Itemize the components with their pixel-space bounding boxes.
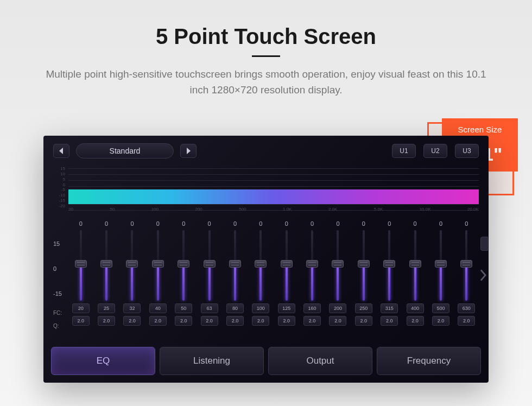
eq-band-6: 0802.0 [223,220,247,332]
band-value: 0 [362,220,365,230]
eq-slider[interactable] [274,230,299,301]
user-preset-2-button[interactable]: U2 [423,144,447,158]
tab-frequency[interactable]: Frequency [377,347,481,375]
slider-knob[interactable] [281,260,293,268]
x-tick: 50 [110,207,115,212]
slider-knob[interactable] [435,260,447,268]
band-q[interactable]: 2.0 [123,316,141,326]
band-fc[interactable]: 100 [252,303,269,313]
eq-slider[interactable] [68,230,93,301]
side-collapse-tab[interactable] [480,237,488,251]
band-fc[interactable]: 25 [98,303,115,313]
tab-eq[interactable]: EQ [51,347,155,375]
y-tick: -15 [53,198,65,203]
eq-band-11: 02502.0 [351,220,376,332]
band-q[interactable]: 2.0 [278,316,295,326]
x-tick: 20 [68,207,73,212]
band-fc[interactable]: 160 [303,303,321,313]
eq-band-15: 06302.0 [454,220,479,332]
band-value: 0 [311,220,314,230]
band-value: 0 [439,220,442,230]
slider-knob[interactable] [358,260,370,268]
band-q[interactable]: 2.0 [252,316,269,326]
y-tick: -20 [53,204,65,208]
eq-y-top: 15 [53,231,68,256]
slider-knob[interactable] [255,260,267,268]
tab-listening[interactable]: Listening [160,347,264,375]
tab-output[interactable]: Output [268,347,372,375]
preset-prev-button[interactable] [53,144,69,158]
band-q[interactable]: 2.0 [432,316,449,326]
slider-knob[interactable] [75,260,87,268]
eq-band-9: 01602.0 [300,220,324,332]
band-value: 0 [233,220,237,230]
eq-slider[interactable] [326,230,350,301]
slider-knob[interactable] [332,260,344,268]
eq-slider[interactable] [120,230,144,301]
eq-band-13: 04002.0 [403,220,427,332]
slider-knob[interactable] [460,260,472,268]
user-preset-1-button[interactable]: U1 [392,144,416,158]
band-q[interactable]: 2.0 [149,316,167,326]
band-fc[interactable]: 80 [226,303,244,313]
user-preset-3-button[interactable]: U3 [455,144,479,158]
band-fc[interactable]: 630 [458,303,475,313]
eq-slider[interactable] [454,230,479,301]
slider-knob[interactable] [100,260,112,268]
eq-band-4: 0502.0 [172,220,196,332]
x-tick: 200 [195,207,202,212]
slider-knob[interactable] [126,260,138,268]
band-fc[interactable]: 50 [175,303,192,313]
band-q[interactable]: 2.0 [303,316,321,326]
eq-band-12: 03152.0 [377,220,402,332]
band-fc[interactable]: 20 [72,303,90,313]
band-q[interactable]: 2.0 [175,316,192,326]
band-value: 0 [388,220,391,230]
eq-slider[interactable] [223,230,247,301]
eq-slider[interactable] [403,230,427,301]
eq-slider[interactable] [428,230,453,301]
eq-slider[interactable] [351,230,376,301]
slider-knob[interactable] [204,260,216,268]
eq-slider[interactable] [94,230,118,301]
slider-knob[interactable] [409,260,421,268]
eq-slider[interactable] [197,230,221,301]
band-q[interactable]: 2.0 [329,316,346,326]
band-fc[interactable]: 315 [381,303,398,313]
preset-name[interactable]: Standard [76,143,174,158]
slider-knob[interactable] [152,260,164,268]
preset-next-button[interactable] [180,144,197,158]
band-fc[interactable]: 63 [201,303,218,313]
device-screen: Standard U1 U2 U3 15 10 5 0 -5 -10 -15 -… [43,136,489,383]
band-q[interactable]: 2.0 [407,316,424,326]
band-q[interactable]: 2.0 [201,316,218,326]
q-label: Q: [53,319,68,332]
eq-slider[interactable] [172,230,196,301]
eq-slider[interactable] [377,230,402,301]
eq-slider[interactable] [300,230,324,301]
eq-slider[interactable] [145,230,170,301]
eq-slider[interactable] [249,230,273,301]
slider-knob[interactable] [306,260,318,268]
band-fc[interactable]: 40 [149,303,167,313]
band-q[interactable]: 2.0 [355,316,372,326]
y-tick: 15 [53,166,65,171]
eq-bands: 0202.00252.00322.00402.00502.00632.00802… [68,220,479,332]
slider-knob[interactable] [229,260,241,268]
band-q[interactable]: 2.0 [226,316,244,326]
x-tick: 10.0K [420,207,431,212]
band-fc[interactable]: 400 [407,303,424,313]
scroll-right-button[interactable] [479,269,487,283]
band-q[interactable]: 2.0 [98,316,115,326]
band-q[interactable]: 2.0 [458,316,475,326]
band-fc[interactable]: 32 [123,303,141,313]
band-q[interactable]: 2.0 [72,316,90,326]
slider-knob[interactable] [178,260,189,268]
band-fc[interactable]: 250 [355,303,372,313]
band-fc[interactable]: 500 [432,303,449,313]
slider-knob[interactable] [383,260,395,268]
band-fc[interactable]: 125 [278,303,295,313]
band-q[interactable]: 2.0 [381,316,398,326]
band-fc[interactable]: 200 [329,303,346,313]
page-subtitle: Multiple point high-sensitive touchscree… [0,67,532,98]
